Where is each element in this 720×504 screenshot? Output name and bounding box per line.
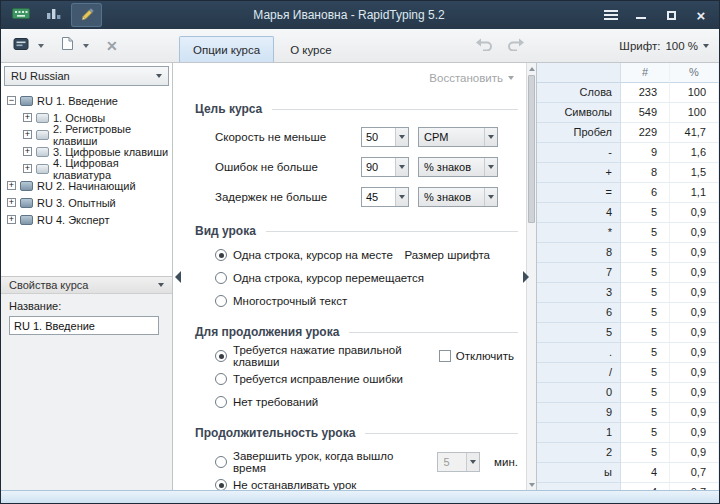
expand-icon[interactable]: +	[7, 198, 16, 207]
scrollbar-thumb[interactable]	[528, 75, 535, 223]
restore-label: Восстановить	[429, 72, 503, 84]
errors-value-select[interactable]: 90	[361, 157, 409, 177]
stats-row: Пробел22941,7	[537, 123, 719, 143]
redo-button[interactable]	[505, 35, 527, 57]
stats-key: -	[537, 143, 621, 163]
speed-unit-select[interactable]: CPM	[418, 127, 498, 147]
stats-row: -91,6	[537, 143, 719, 163]
duration-option-row[interactable]: Завершить урок, когда вышло время 5 мин.	[215, 454, 518, 470]
minimize-icon	[636, 17, 646, 19]
disable-checkbox[interactable]	[439, 350, 451, 362]
tree-item[interactable]: −RU 1. Введение	[1, 92, 172, 109]
course-name-label: Название:	[9, 300, 164, 312]
stats-key: и	[537, 483, 621, 490]
restore-control[interactable]: Восстановить	[195, 69, 518, 87]
stats-row: 350,9	[537, 283, 719, 303]
chevron-down-icon	[83, 44, 89, 48]
course-properties-header[interactable]: Свойства курса	[1, 276, 172, 294]
tab-label: О курсе	[290, 44, 331, 56]
course-icon	[20, 198, 33, 208]
delete-button[interactable]: ✕	[102, 34, 122, 58]
radio-button[interactable]	[215, 272, 227, 284]
tree-item[interactable]: +RU 4. Эксперт	[1, 211, 172, 228]
minimize-button[interactable]	[626, 3, 656, 27]
tree-item[interactable]: +4. Цифровая клавиатура	[1, 160, 172, 177]
radio-button[interactable]	[215, 456, 227, 468]
expand-icon[interactable]: +	[23, 113, 32, 122]
expand-icon[interactable]: +	[23, 130, 32, 139]
radio-button[interactable]	[215, 350, 227, 362]
add-course-button[interactable]	[9, 34, 33, 58]
section-rule	[272, 109, 518, 110]
advance-option-row[interactable]: Требуется нажатие правильной клавиши Отк…	[215, 348, 518, 364]
errors-unit: % знаков	[419, 158, 484, 176]
undo-button[interactable]	[473, 35, 495, 57]
font-size-label: Размер шрифта	[404, 249, 490, 261]
view-option-row[interactable]: Одна строка, курсор перемещается	[215, 270, 518, 286]
font-zoom-select[interactable]: Шрифт: 100 %	[619, 29, 709, 62]
expand-icon[interactable]: +	[23, 164, 32, 173]
collapse-icon[interactable]: −	[7, 96, 16, 105]
new-lesson-button[interactable]	[57, 34, 78, 58]
course-options-panel: Восстановить Цель курса Скорость не мень…	[173, 63, 536, 490]
typing-view-button[interactable]	[5, 3, 36, 27]
chevron-down-icon	[484, 158, 497, 176]
tab-course-options[interactable]: Опции курса	[179, 36, 274, 62]
scroll-up-button[interactable]	[527, 63, 536, 74]
course-tree: −RU 1. Введение+1. Основы+2. Регистровые…	[1, 89, 172, 276]
radio-button[interactable]	[215, 373, 227, 385]
new-lesson-dropdown[interactable]	[79, 34, 92, 58]
course-actions: ✕	[1, 29, 173, 62]
stats-key: Слова	[537, 83, 621, 103]
view-option-row[interactable]: Одна строка, курсор на месте Размер шриф…	[215, 247, 518, 263]
radio-button[interactable]	[215, 396, 227, 408]
course-name-input[interactable]	[9, 316, 159, 335]
stats-row: *50,9	[537, 223, 719, 243]
advance-option-row[interactable]: Требуется исправление ошибки	[215, 371, 518, 387]
chevron-down-icon	[484, 188, 497, 206]
stats-row: +81,5	[537, 163, 719, 183]
expand-icon[interactable]: +	[23, 147, 32, 156]
statistics-view-button[interactable]	[38, 3, 69, 27]
lesson-editor-view-button[interactable]	[71, 3, 102, 27]
stats-key: *	[537, 223, 621, 243]
view-option-row[interactable]: Многострочный текст	[215, 293, 518, 309]
radio-button[interactable]	[215, 295, 227, 307]
stats-count: 8	[621, 163, 670, 183]
stats-count: 5	[621, 303, 670, 323]
close-button[interactable]: ×	[686, 3, 716, 27]
expand-icon[interactable]: +	[7, 181, 16, 190]
collapse-left-panel-icon[interactable]	[175, 271, 181, 283]
section-rule	[365, 433, 518, 434]
section-rule	[266, 231, 518, 232]
disable-checkbox-group[interactable]: Отключить	[439, 350, 514, 362]
radio-label: Нет требований	[233, 396, 318, 408]
maximize-button[interactable]	[656, 3, 686, 27]
collapse-right-panel-icon[interactable]	[523, 271, 529, 283]
delays-unit-select[interactable]: % знаков	[418, 187, 498, 207]
status-bar	[1, 490, 719, 503]
menu-button[interactable]	[596, 3, 626, 27]
expand-icon[interactable]: +	[7, 215, 16, 224]
section-title: Цель курса	[195, 102, 262, 116]
speed-value-select[interactable]: 50	[361, 127, 409, 147]
advance-option-row[interactable]: Нет требований	[215, 394, 518, 410]
tree-item[interactable]: +2. Регистровые клавиши	[1, 126, 172, 143]
lesson-icon	[36, 164, 49, 174]
duration-time-select[interactable]: 5	[437, 452, 480, 472]
tab-about-course[interactable]: О курсе	[276, 36, 345, 62]
stats-row: ы40,7	[537, 463, 719, 483]
duration-option-row[interactable]: Не останавливать урок	[215, 477, 518, 490]
radio-button[interactable]	[215, 249, 227, 261]
add-course-dropdown[interactable]	[34, 34, 47, 58]
stats-count: 9	[621, 143, 670, 163]
errors-unit-select[interactable]: % знаков	[418, 157, 498, 177]
keyboard-icon	[12, 6, 30, 24]
radio-button[interactable]	[215, 479, 227, 490]
view-switcher	[1, 3, 102, 27]
course-icon	[20, 96, 33, 106]
scroll-down-button[interactable]	[527, 479, 536, 490]
tree-item[interactable]: +RU 3. Опытный	[1, 194, 172, 211]
delays-value-select[interactable]: 45	[361, 187, 409, 207]
language-select[interactable]: RU Russian	[4, 66, 169, 86]
